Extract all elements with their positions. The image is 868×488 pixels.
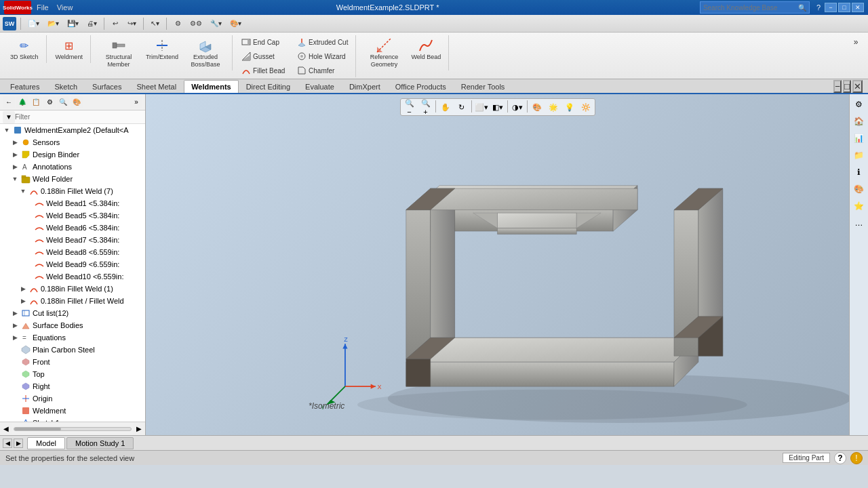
panel-expand-button[interactable]: » <box>130 96 142 108</box>
status-warning-button[interactable]: ! <box>850 452 863 464</box>
ribbon-restore-button[interactable]: □ <box>843 80 851 93</box>
tree-expand-wb9[interactable] <box>27 260 33 268</box>
3d-sketch-button[interactable]: ✏ 3D Sketch <box>7 35 42 63</box>
panel-config-button[interactable]: ⚙ <box>43 96 56 108</box>
tab-dimxpert[interactable]: DimXpert <box>342 80 388 93</box>
tree-item-fillet-fillet[interactable]: ▶ 0.188in Fillet / Fillet Weld <box>0 295 145 307</box>
tree-item-plain-carbon-steel[interactable]: Plain Carbon Steel <box>0 344 145 356</box>
tree-expand-front[interactable] <box>11 358 19 366</box>
tree-item-fillet-weld-1[interactable]: ▶ 0.188in Fillet Weld (1) <box>0 283 145 295</box>
tab-evaluate[interactable]: Evaluate <box>298 80 342 93</box>
end-cap-button[interactable]: End Cap <box>238 35 292 49</box>
tree-expand-fillet-fillet[interactable]: ▶ <box>19 297 27 305</box>
extruded-cut-button[interactable]: Extruded Cut <box>294 35 351 49</box>
tree-expand-wb1[interactable] <box>27 199 33 207</box>
tree-item-weld-bead8[interactable]: Weld Bead8 <6.559in: <box>0 246 145 258</box>
tree-item-weld-bead5[interactable]: Weld Bead5 <5.384in: <box>0 209 145 222</box>
tree-item-weldment[interactable]: Weldment <box>0 405 145 417</box>
right-panel-btn5[interactable]: ℹ <box>852 165 867 180</box>
tree-expand-pcs[interactable] <box>11 346 19 354</box>
tree-expand-origin[interactable] <box>11 394 19 403</box>
tree-expand-wb6[interactable] <box>27 224 33 232</box>
panel-back-button[interactable]: ← <box>3 96 15 108</box>
right-panel-btn3[interactable]: 📊 <box>852 131 867 146</box>
tab-model[interactable]: Model <box>27 437 65 449</box>
tree-item-annotations[interactable]: ▶ A Annotations <box>0 161 145 173</box>
tree-item-origin[interactable]: Origin <box>0 392 145 405</box>
tree-expand-wb10[interactable] <box>27 272 33 281</box>
rebuild2-button[interactable]: ⚙⚙ <box>187 17 205 30</box>
tab-render-tools[interactable]: Render Tools <box>454 80 513 93</box>
extruded-boss-button[interactable]: Extruded Boss/Base <box>183 35 228 70</box>
structural-member-button[interactable]: Structural Member <box>96 35 141 70</box>
fillet-bead-button[interactable]: Fillet Bead <box>238 64 292 77</box>
tree-item-weld-bead1[interactable]: Weld Bead1 <5.384in: <box>0 197 145 209</box>
ribbon-minimize-button[interactable]: − <box>833 80 842 93</box>
tree-item-weld-bead9[interactable]: Weld Bead9 <6.559in: <box>0 258 145 270</box>
redo-button[interactable]: ↪▾ <box>125 17 139 30</box>
right-panel-btn2[interactable]: 🏠 <box>852 114 867 129</box>
right-panel-btn7[interactable]: ⭐ <box>852 199 867 214</box>
tree-expand-right[interactable] <box>11 382 19 390</box>
tree-item-equations[interactable]: ▶ = Equations <box>0 331 145 344</box>
tree-expand-sensors[interactable]: ▶ <box>11 138 19 146</box>
appearance-button[interactable]: 🎨▾ <box>227 17 244 30</box>
rebuild-button[interactable]: ⚙ <box>171 17 184 30</box>
tree-expand-design-binder[interactable]: ▶ <box>11 150 19 159</box>
select-button[interactable]: ↖▾ <box>148 17 162 30</box>
minimize-button[interactable]: − <box>825 3 837 12</box>
ribbon-expand-button[interactable]: » <box>849 35 863 49</box>
tree-expand-annotations[interactable]: ▶ <box>11 163 19 171</box>
status-help-button[interactable]: ? <box>834 452 846 464</box>
tree-expand-fillet-7[interactable]: ▼ <box>19 187 27 195</box>
tree-item-weld-folder[interactable]: ▼ Weld Folder <box>0 173 145 185</box>
tree-expand-fillet-1[interactable]: ▶ <box>19 285 27 293</box>
tree-item-sensors[interactable]: ▶ Sensors <box>0 136 145 148</box>
hole-wizard-button[interactable]: Hole Wizard <box>294 49 351 63</box>
tree-item-weld-bead6[interactable]: Weld Bead6 <5.384in: <box>0 222 145 234</box>
tab-weldments[interactable]: Weldments <box>184 80 238 93</box>
tree-item-weld-bead7[interactable]: Weld Bead7 <5.384in: <box>0 234 145 246</box>
trim-extend-button[interactable]: Trim/Extend <box>142 35 182 63</box>
search-input[interactable] <box>703 4 798 12</box>
tree-item-weld-bead10[interactable]: Weld Bead10 <6.559in: <box>0 270 145 283</box>
panel-tree-button[interactable]: 🌲 <box>16 96 28 108</box>
tree-expand-wb7[interactable] <box>27 236 33 244</box>
right-panel-btn4[interactable]: 📁 <box>852 148 867 163</box>
tree-root[interactable]: ▼ WeldmentExample2 (Default<A <box>0 124 145 136</box>
right-panel-btn1[interactable]: ⚙ <box>852 97 867 112</box>
open-button[interactable]: 📂▾ <box>45 17 62 30</box>
panel-display-button[interactable]: 🎨 <box>71 96 83 108</box>
tab-surfaces[interactable]: Surfaces <box>85 80 129 93</box>
gusset-button[interactable]: Gusset <box>238 49 292 63</box>
tree-item-surface-bodies[interactable]: ▶ Surface Bodies <box>0 319 145 331</box>
undo-button[interactable]: ↩ <box>108 17 122 30</box>
tree-item-top[interactable]: Top <box>0 368 145 380</box>
menu-file[interactable]: File <box>34 3 52 12</box>
3d-viewport[interactable]: 🔍− 🔍+ ✋ ↻ ⬜▾ ◧▾ ◑▾ 🎨 🌟 💡 🔆 <box>146 94 849 435</box>
new-button[interactable]: 📄▾ <box>25 17 42 30</box>
weld-bead-button[interactable]: Weld Bead <box>408 35 444 63</box>
tree-expand-root[interactable]: ▼ <box>3 126 11 134</box>
tree-scroll-left[interactable]: ◀ <box>0 423 12 435</box>
weldment-button[interactable]: ⊞ Weldment <box>52 35 86 63</box>
tree-expand-weldment[interactable] <box>11 407 19 415</box>
tab-office-products[interactable]: Office Products <box>388 80 454 93</box>
tree-item-front[interactable]: Front <box>0 356 145 368</box>
help-button[interactable]: ? <box>814 3 823 12</box>
menu-view[interactable]: View <box>54 3 76 12</box>
tab-direct-editing[interactable]: Direct Editing <box>239 80 298 93</box>
bottom-nav-prev[interactable]: ◀ <box>3 439 12 448</box>
panel-properties-button[interactable]: 📋 <box>30 96 42 108</box>
tree-expand-equations[interactable]: ▶ <box>11 333 19 342</box>
right-panel-btn8[interactable]: … <box>852 216 867 230</box>
save-button[interactable]: 💾▾ <box>64 17 81 30</box>
tree-item-right[interactable]: Right <box>0 380 145 392</box>
options-button[interactable]: 🔧▾ <box>208 17 224 30</box>
chamfer-button[interactable]: Chamfer <box>294 64 351 77</box>
panel-search-button[interactable]: 🔍 <box>57 96 69 108</box>
tree-item-sketch1[interactable]: Sketch1 <box>0 417 145 422</box>
tree-item-cut-list[interactable]: ▶ Cut list(12) <box>0 307 145 319</box>
print-button[interactable]: 🖨▾ <box>84 17 100 30</box>
close-button[interactable]: ✕ <box>852 3 864 12</box>
